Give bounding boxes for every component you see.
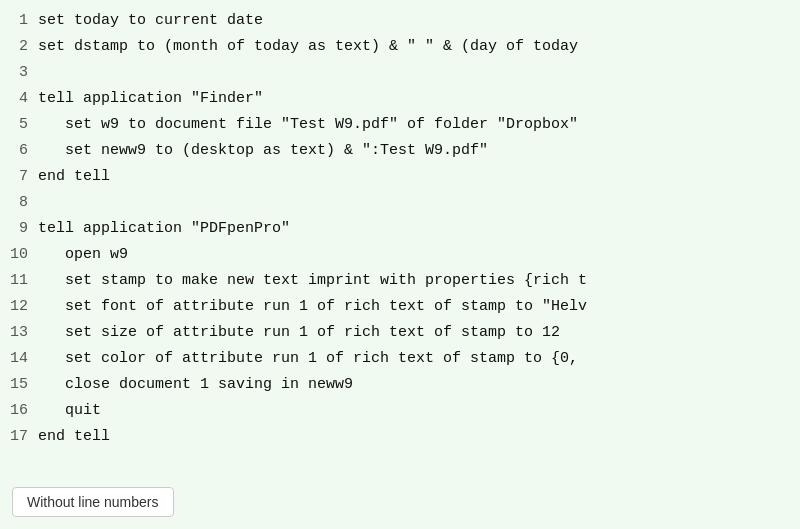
- line-number: 15: [0, 372, 38, 398]
- line-number: 5: [0, 112, 38, 138]
- line-number: 12: [0, 294, 38, 320]
- table-row: 10 open w9: [0, 242, 800, 268]
- line-content: end tell: [38, 424, 110, 450]
- line-number: 10: [0, 242, 38, 268]
- table-row: 15 close document 1 saving in neww9: [0, 372, 800, 398]
- line-number: 6: [0, 138, 38, 164]
- line-number: 1: [0, 8, 38, 34]
- code-block: 1set today to current date2set dstamp to…: [0, 0, 800, 479]
- table-row: 13 set size of attribute run 1 of rich t…: [0, 320, 800, 346]
- table-row: 1set today to current date: [0, 8, 800, 34]
- line-number: 4: [0, 86, 38, 112]
- line-content: set size of attribute run 1 of rich text…: [38, 320, 560, 346]
- table-row: 17end tell: [0, 424, 800, 450]
- line-number: 17: [0, 424, 38, 450]
- line-content: set w9 to document file "Test W9.pdf" of…: [38, 112, 578, 138]
- table-row: 16 quit: [0, 398, 800, 424]
- table-row: 8: [0, 190, 800, 216]
- line-content: set today to current date: [38, 8, 263, 34]
- line-number: 9: [0, 216, 38, 242]
- line-number: 2: [0, 34, 38, 60]
- line-number: 7: [0, 164, 38, 190]
- table-row: 9tell application "PDFpenPro": [0, 216, 800, 242]
- table-row: 4tell application "Finder": [0, 86, 800, 112]
- line-content: set font of attribute run 1 of rich text…: [38, 294, 587, 320]
- table-row: 7end tell: [0, 164, 800, 190]
- line-content: open w9: [38, 242, 128, 268]
- line-number: 14: [0, 346, 38, 372]
- table-row: 12 set font of attribute run 1 of rich t…: [0, 294, 800, 320]
- line-number: 3: [0, 60, 38, 86]
- line-content: end tell: [38, 164, 110, 190]
- footer: Without line numbers: [0, 479, 800, 529]
- line-number: 11: [0, 268, 38, 294]
- line-content: set stamp to make new text imprint with …: [38, 268, 587, 294]
- line-content: quit: [38, 398, 101, 424]
- table-row: 11 set stamp to make new text imprint wi…: [0, 268, 800, 294]
- line-content: tell application "Finder": [38, 86, 263, 112]
- line-number: 16: [0, 398, 38, 424]
- table-row: 2set dstamp to (month of today as text) …: [0, 34, 800, 60]
- line-content: set neww9 to (desktop as text) & ":Test …: [38, 138, 488, 164]
- table-row: 6 set neww9 to (desktop as text) & ":Tes…: [0, 138, 800, 164]
- without-line-numbers-button[interactable]: Without line numbers: [12, 487, 174, 517]
- table-row: 5 set w9 to document file "Test W9.pdf" …: [0, 112, 800, 138]
- line-number: 8: [0, 190, 38, 216]
- line-content: set dstamp to (month of today as text) &…: [38, 34, 578, 60]
- line-content: set color of attribute run 1 of rich tex…: [38, 346, 578, 372]
- table-row: 14 set color of attribute run 1 of rich …: [0, 346, 800, 372]
- line-content: tell application "PDFpenPro": [38, 216, 290, 242]
- table-row: 3: [0, 60, 800, 86]
- line-number: 13: [0, 320, 38, 346]
- line-content: close document 1 saving in neww9: [38, 372, 353, 398]
